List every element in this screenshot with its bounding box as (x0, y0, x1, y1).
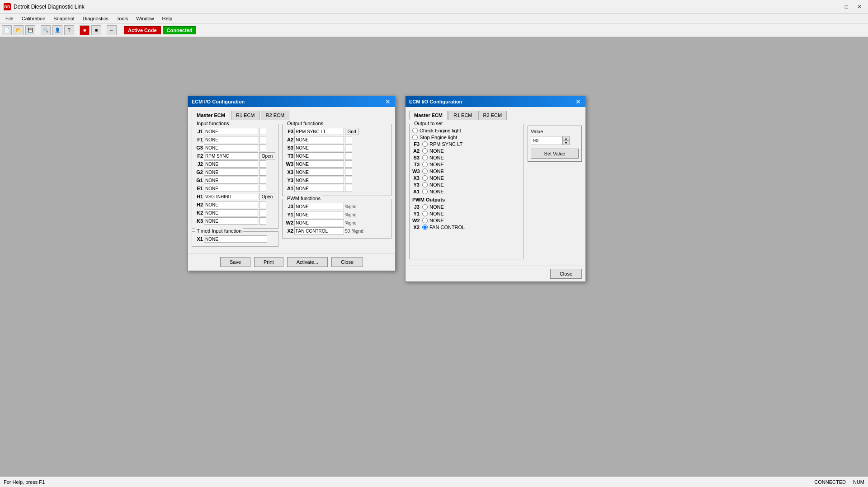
radio-a2[interactable] (422, 148, 428, 154)
tb-back[interactable]: ← (107, 25, 117, 35)
out-row-s3: S3 (285, 144, 388, 151)
out-value-f3[interactable] (294, 128, 344, 135)
input-value-f1[interactable] (204, 136, 258, 143)
menu-file[interactable]: File (2, 15, 17, 22)
window-close-button[interactable]: ✕ (854, 3, 864, 11)
tab-r2-ecm-1[interactable]: R2 ECM (261, 111, 290, 120)
tab-r2-ecm-2[interactable]: R2 ECM (478, 111, 507, 120)
radio-y1[interactable] (422, 211, 428, 216)
pwm2-label-x2: X2 (412, 225, 420, 230)
radio-x2[interactable] (422, 225, 428, 230)
out-value-a1[interactable] (294, 185, 344, 192)
maximize-button[interactable]: □ (842, 3, 851, 11)
spinner-up-button[interactable]: ▴ (562, 136, 570, 140)
input-value-h1[interactable] (204, 193, 258, 200)
radio-w2[interactable] (422, 218, 428, 223)
input-value-e1[interactable] (204, 185, 258, 192)
tb-new[interactable]: 📄 (2, 25, 12, 35)
out-status-t3 (345, 152, 352, 159)
radio-w3[interactable] (422, 169, 428, 174)
tab-r1-ecm-1[interactable]: R1 ECM (231, 111, 260, 120)
out-value-x3[interactable] (294, 169, 344, 176)
input-row-f2: F2 Open (195, 152, 275, 159)
radio-j3[interactable] (422, 204, 428, 210)
radio-stop-engine[interactable] (412, 135, 418, 140)
tb-person[interactable]: 👤 (52, 25, 62, 35)
out2-label-t3: T3 (412, 162, 420, 167)
connected-button[interactable]: Connected (163, 26, 197, 34)
input-row-g3: G3 (195, 144, 275, 151)
input-value-h2[interactable] (204, 201, 258, 208)
input-row-k3: K3 (195, 217, 275, 225)
pwm-value-y1[interactable] (294, 211, 344, 218)
menu-window[interactable]: Window (132, 15, 157, 22)
out-value-s3[interactable] (294, 144, 344, 151)
input-row-h2: H2 (195, 201, 275, 208)
active-code-button[interactable]: Active Code (124, 26, 161, 34)
tb-stop-red[interactable]: ■ (80, 25, 90, 35)
input-value-j1[interactable] (204, 128, 258, 135)
pwm-pct-x2: %gnd (352, 229, 363, 234)
input-value-f2[interactable] (204, 152, 258, 159)
activate-button[interactable]: Activate... (287, 257, 328, 267)
radio-f3[interactable] (422, 141, 428, 147)
print-button[interactable]: Print (254, 257, 283, 267)
out-status-y3 (345, 177, 352, 184)
out-label-f3: F3 (285, 129, 293, 134)
tab-master-ecm-1[interactable]: Master ECM (192, 111, 230, 120)
input-value-k2[interactable] (204, 209, 258, 216)
menu-help[interactable]: Help (158, 15, 176, 22)
ecm-io-dialog-2: ECM I/O Configuration ✕ Master ECM R1 EC… (405, 96, 586, 282)
input-functions-group: Input functions J1 F1 (192, 124, 278, 229)
value-input[interactable] (531, 136, 562, 145)
menu-calibration[interactable]: Calibration (18, 15, 49, 22)
input-value-g1[interactable] (204, 177, 258, 184)
dialog1-title: ECM I/O Configuration ✕ (188, 96, 395, 107)
ecm-io-dialog-1: ECM I/O Configuration ✕ Master ECM R1 EC… (188, 96, 396, 271)
minimize-button[interactable]: — (828, 3, 839, 11)
menu-snapshot[interactable]: Snapshot (50, 15, 78, 22)
input-value-g3[interactable] (204, 144, 258, 151)
save-button[interactable]: Save (220, 257, 250, 267)
tb-stop-gray[interactable]: ■ (91, 25, 101, 35)
tb-open[interactable]: 📂 (14, 25, 24, 35)
title-bar: DD Detroit Diesel Diagnostic Link — □ ✕ (0, 0, 868, 14)
radio-x3[interactable] (422, 175, 428, 181)
spinner-down-button[interactable]: ▾ (562, 140, 570, 145)
tb-search[interactable]: 🔍 (41, 25, 51, 35)
dialog2-close-button[interactable]: ✕ (575, 98, 582, 105)
radio-t3[interactable] (422, 162, 428, 167)
out2-label-a1: A1 (412, 189, 420, 194)
input-value-j2[interactable] (204, 160, 258, 168)
input-value-g2[interactable] (204, 169, 258, 176)
out-value-y3[interactable] (294, 177, 344, 184)
tab-r1-ecm-2[interactable]: R1 ECM (448, 111, 477, 120)
menu-tools[interactable]: Tools (113, 15, 132, 22)
radio-y3[interactable] (422, 182, 428, 187)
pwm-value-x2[interactable] (294, 227, 344, 234)
radio-a1[interactable] (422, 189, 428, 194)
pwm-row-j3: J3 %gnd (285, 203, 388, 210)
dialog1-content: Master ECM R1 ECM R2 ECM Input functions… (188, 107, 395, 253)
pwm-value-w2[interactable] (294, 219, 344, 226)
out-label-a1: A1 (285, 186, 293, 191)
tb-help[interactable]: ? (64, 25, 74, 35)
tab-master-ecm-2[interactable]: Master ECM (409, 111, 448, 120)
radio-check-engine[interactable] (412, 128, 418, 133)
timed-value-x1[interactable] (204, 235, 267, 243)
out-value-a2[interactable] (294, 136, 344, 143)
out-value-t3[interactable] (294, 152, 344, 159)
input-row-g1: G1 (195, 177, 275, 184)
window-controls[interactable]: — □ ✕ (828, 3, 864, 11)
dialog1-close-button[interactable]: ✕ (384, 98, 392, 105)
radio-s3[interactable] (422, 155, 428, 160)
input-value-k3[interactable] (204, 217, 258, 225)
menu-diagnostics[interactable]: Diagnostics (79, 15, 112, 22)
out2-value-w3: NONE (429, 169, 444, 174)
dialog2-close-btn[interactable]: Close (550, 269, 582, 279)
out-value-w3[interactable] (294, 160, 344, 168)
dialog1-close-btn[interactable]: Close (331, 257, 363, 267)
set-value-button[interactable]: Set Value (531, 149, 579, 159)
pwm-value-j3[interactable] (294, 203, 344, 210)
tb-save[interactable]: 💾 (25, 25, 35, 35)
